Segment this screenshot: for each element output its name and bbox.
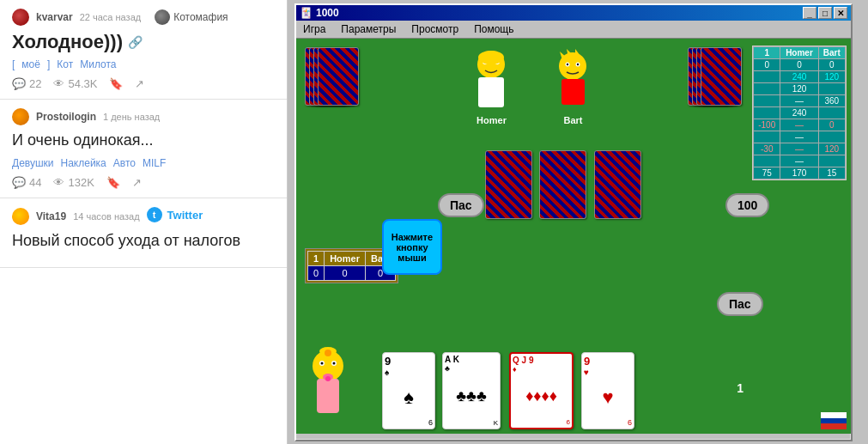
tag-milota[interactable]: Милота	[80, 58, 116, 70]
kotomafiya-label[interactable]: Котомафия	[173, 11, 228, 23]
minimize-button[interactable]: _	[803, 7, 816, 19]
score-h3: Bart	[818, 47, 845, 59]
post-3-body: Новый способ ухода от налогов	[12, 231, 275, 251]
comment-stat-2: 💬 44	[12, 176, 41, 189]
kotomafiya-icon	[155, 9, 170, 25]
card-9-spades: 9 ♠ ♠ 6	[382, 352, 435, 429]
tag-nakleika[interactable]: Наклейка	[61, 157, 106, 169]
homer-character: Homer	[468, 47, 515, 125]
comment-icon-2: 💬	[12, 176, 26, 189]
bart-character: Bart	[549, 47, 597, 125]
action-button[interactable]: Нажмите кнопку мыши	[382, 219, 442, 275]
left-panel: kvarvar 22 часа назад Котомафия Холодное…	[0, 0, 288, 444]
eye-icon: 👁	[53, 77, 64, 90]
window-app-icon: 🃏	[300, 7, 313, 19]
action-button-label: Нажмите кнопку мыши	[387, 232, 437, 263]
avatar-prostoilogin	[12, 108, 29, 125]
comment-count-2: 44	[29, 176, 41, 189]
post-1-title-text: Холодное)))	[12, 31, 123, 53]
view-count-2: 132K	[68, 176, 94, 189]
maximize-button[interactable]: □	[818, 7, 832, 19]
menu-prosmotr[interactable]: Просмотр	[408, 22, 462, 36]
tag-milf[interactable]: MILF	[143, 157, 166, 169]
card-ak-clubs: A K ♣ ♣♣♣ K	[442, 352, 501, 429]
bubble-pas-left: Пас	[438, 193, 484, 217]
comment-stat: 💬 22	[12, 77, 41, 90]
bubble-pas-bottom: Пас	[717, 292, 763, 316]
tag-avto[interactable]: Авто	[113, 157, 136, 169]
tag-kot[interactable]: Кот	[57, 58, 73, 70]
menu-parametry[interactable]: Параметры	[337, 22, 399, 36]
eye-icon-2: 👁	[53, 176, 64, 189]
post-1-stats: 💬 22 👁 54.3K 🔖 ↗	[12, 77, 275, 90]
kotomafiya-badge: Котомафия	[155, 9, 228, 25]
card-qj9-suit: ♦	[513, 365, 570, 374]
twitter-icon: t	[147, 207, 162, 222]
view-stat: 👁 54.3K	[53, 77, 97, 90]
post-2-stats: 💬 44 👁 132K 🔖 ↗	[12, 176, 275, 189]
card-ak-top: A K	[445, 355, 498, 364]
center-cards	[485, 150, 641, 222]
tag-moe[interactable]: моё	[21, 58, 40, 70]
close-button[interactable]: ✕	[834, 7, 847, 19]
card-9-hearts-bottom: 6	[584, 418, 632, 427]
svg-point-22	[321, 362, 324, 365]
score-h1: 1	[754, 47, 780, 59]
post-1-title: Холодное))) 🔗	[12, 31, 275, 53]
homer-label: Homer	[468, 115, 515, 125]
svg-point-23	[333, 362, 336, 365]
russia-flag	[821, 412, 847, 429]
username-vita19[interactable]: Vita19	[36, 210, 66, 222]
baby-character	[305, 344, 352, 429]
game-area: Homer Bart	[296, 39, 851, 434]
view-stat-2: 👁 132K	[53, 176, 94, 189]
post-2-tags: Девушки Наклейка Авто MILF	[12, 157, 275, 169]
right-deck	[688, 47, 748, 107]
game-window: 🃏 1000 _ □ ✕ Игра Параметры Просмотр Пом…	[294, 3, 853, 441]
username-prostoilogin[interactable]: Prostoilogin	[36, 111, 96, 123]
window-titlebar: 🃏 1000 _ □ ✕	[296, 5, 851, 21]
card-ak-center: ♣♣♣	[445, 373, 498, 419]
card-qj9-bottom: 6	[513, 418, 570, 426]
link-icon[interactable]: 🔗	[128, 35, 143, 49]
tag-devushki[interactable]: Девушки	[12, 157, 54, 169]
score-h2: Homer	[780, 47, 818, 59]
username-kvarvar[interactable]: kvarvar	[36, 11, 73, 23]
svg-point-14	[567, 64, 568, 65]
card-9-hearts-center: ♥	[584, 377, 632, 418]
twitter-label[interactable]: Twitter	[167, 209, 203, 222]
card-9-hearts-rank: 9	[584, 355, 632, 368]
flag-stripe-white	[821, 412, 847, 418]
post-2-body: И очень одинокая...	[12, 131, 275, 150]
card-9-spades-center: ♠	[385, 377, 433, 418]
score-table-right: 1 Homer Bart 000 240120 120 —360 240 -10…	[752, 46, 847, 180]
avatar-kvarvar	[12, 9, 29, 26]
card-9-spades-bottom: 6	[385, 418, 433, 427]
window-controls: _ □ ✕	[803, 7, 847, 19]
score-col-num: 1	[308, 252, 325, 266]
card-qj9-top: Q J 9	[513, 356, 570, 365]
window-menu: Игра Параметры Просмотр Помощь	[296, 21, 851, 39]
card-9-spades-suit: ♠	[385, 368, 433, 377]
menu-pomoshch[interactable]: Помощь	[470, 22, 517, 36]
window-title-text: 1000	[316, 7, 339, 19]
score-cell-2: 0	[325, 266, 366, 281]
svg-point-25	[325, 350, 331, 356]
time-vita19: 14 часов назад	[73, 211, 139, 222]
view-count: 54.3K	[68, 77, 97, 90]
menu-igra[interactable]: Игра	[300, 22, 329, 36]
time-prostoilogin: 1 день назад	[103, 112, 160, 122]
save-icon[interactable]: 🔖	[109, 77, 123, 90]
share-icon[interactable]: ↗	[135, 77, 144, 90]
post-1-header: kvarvar 22 часа назад Котомафия	[12, 9, 275, 26]
card-9-hearts: 9 ♥ ♥ 6	[581, 352, 634, 429]
svg-rect-1	[478, 77, 504, 107]
comment-icon: 💬	[12, 77, 26, 90]
window-title-left: 🃏 1000	[300, 7, 339, 19]
post-3: Vita19 14 часов назад t Twitter Новый сп…	[0, 198, 287, 267]
post-2: Prostoilogin 1 день назад И очень одинок…	[0, 100, 287, 198]
save-icon-2[interactable]: 🔖	[106, 176, 120, 189]
svg-point-15	[577, 64, 579, 65]
card-qj9-diamonds: Q J 9 ♦ ♦♦♦♦ 6	[509, 352, 574, 429]
share-icon-2[interactable]: ↗	[132, 176, 142, 189]
